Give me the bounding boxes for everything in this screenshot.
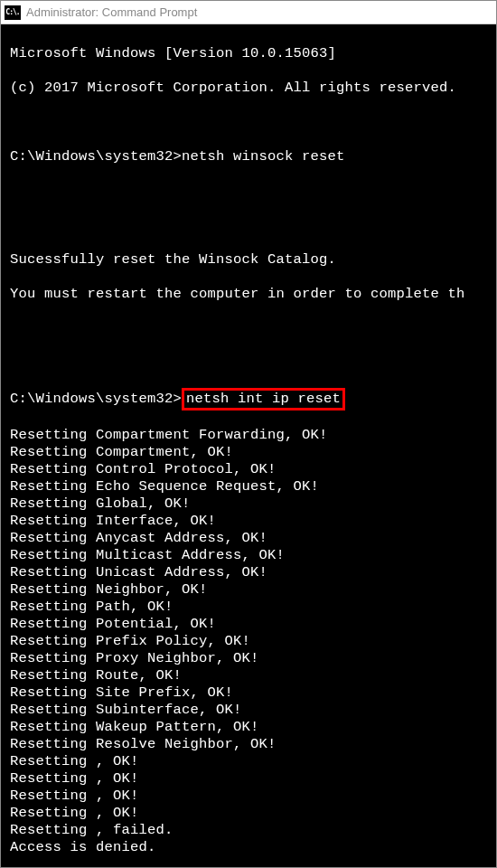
terminal-line: Sucessfully reset the Winsock Catalog. (10, 251, 494, 269)
terminal-line (10, 183, 494, 200)
terminal-line: Resetting Site Prefix, OK! (10, 684, 494, 702)
terminal-line: Resetting , OK! (10, 753, 494, 770)
terminal-line: Resetting Unicast Address, OK! (10, 564, 494, 581)
terminal-line (10, 217, 494, 234)
terminal-line: You must restart the computer in order t… (10, 286, 494, 303)
terminal-line: Resetting Interface, OK! (10, 513, 494, 530)
terminal-line: Resetting Proxy Neighbor, OK! (10, 650, 494, 667)
terminal-line: Resetting Path, OK! (10, 599, 494, 616)
terminal-line: Resetting Subinterface, OK! (10, 702, 494, 719)
terminal-line: Resetting , OK! (10, 788, 494, 805)
terminal-line: Resetting Potential, OK! (10, 616, 494, 633)
terminal-line: Resetting Global, OK! (10, 495, 494, 513)
terminal-output[interactable]: Microsoft Windows [Version 10.0.15063] (… (1, 24, 496, 867)
terminal-line: Resetting Resolve Neighbor, OK! (10, 736, 494, 753)
terminal-line: Microsoft Windows [Version 10.0.15063] (10, 45, 494, 62)
terminal-line (10, 856, 494, 867)
terminal-line: Resetting , OK! (10, 805, 494, 822)
terminal-line: Access is denied. (10, 839, 494, 856)
terminal-line: Resetting Compartment, OK! (10, 444, 494, 461)
terminal-line: Resetting Echo Sequence Request, OK! (10, 478, 494, 495)
prompt-command: netsh winsock reset (182, 148, 345, 165)
terminal-line: Resetting Neighbor, OK! (10, 581, 494, 599)
terminal-line: Resetting , failed. (10, 822, 494, 839)
window-title: Administrator: Command Prompt (26, 5, 197, 19)
terminal-line: Resetting Control Protocol, OK! (10, 461, 494, 478)
terminal-line: Resetting Wakeup Pattern, OK! (10, 719, 494, 736)
terminal-line: Resetting Anycast Address, OK! (10, 530, 494, 547)
terminal-line: Resetting , OK! (10, 770, 494, 788)
prompt-path: C:\Windows\system32> (10, 391, 182, 407)
titlebar[interactable]: C:\. Administrator: Command Prompt (1, 1, 496, 24)
terminal-line: Resetting Route, OK! (10, 667, 494, 684)
prompt-line: C:\Windows\system32>netsh winsock reset (10, 148, 494, 165)
terminal-line (10, 354, 494, 372)
terminal-line: Resetting Compartment Forwarding, OK! (10, 427, 494, 444)
reset-output-block: Resetting Compartment Forwarding, OK!Res… (10, 427, 494, 867)
terminal-line: (c) 2017 Microsoft Corporation. All righ… (10, 80, 494, 97)
prompt-path: C:\Windows\system32> (10, 148, 182, 165)
terminal-line (10, 114, 494, 131)
cmd-icon: C:\. (5, 5, 21, 20)
terminal-line: Resetting Prefix Policy, OK! (10, 633, 494, 650)
highlighted-command: netsh int ip reset (182, 388, 345, 410)
terminal-line: Resetting Multicast Address, OK! (10, 547, 494, 564)
prompt-line: C:\Windows\system32>netsh int ip reset (10, 389, 494, 410)
terminal-line (10, 320, 494, 337)
